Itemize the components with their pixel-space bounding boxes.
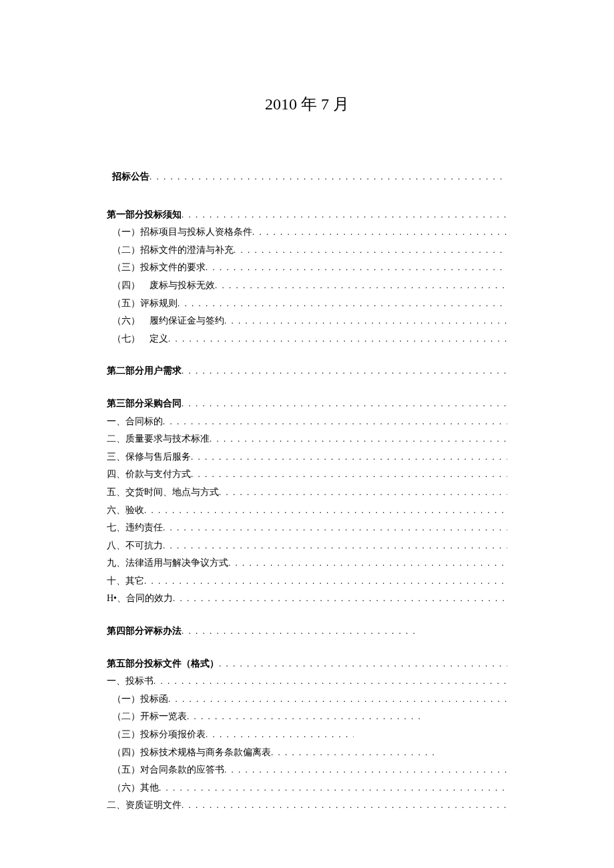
toc-leader-dots: . . . . . . . . . . . . . . . . . . . . … [178, 296, 507, 312]
toc-entry: （六） 履约保证金与签约 . . . . . . . . . . . . . .… [107, 312, 507, 330]
toc-entry: （二）招标文件的澄清与补充 . . . . . . . . . . . . . … [107, 242, 507, 260]
toc-leader-dots: . . . . . . . . . . . . . . . . . . . . … [173, 590, 507, 607]
toc-entry: （六）其他 . . . . . . . . . . . . . . . . . … [107, 779, 507, 797]
toc-label: （四） 废标与投标无效 [112, 277, 215, 295]
toc-entry: （三）投标文件的要求 . . . . . . . . . . . . . . .… [107, 259, 507, 277]
toc-label: 九、法律适用与解决争议方式 [107, 554, 228, 572]
toc-leader-dots: . . . . . . . . . . . . . . . . . . . . … [219, 484, 507, 501]
toc-leader-dots: . . . . . . . . . . . . . . . . . . . . … [154, 673, 507, 690]
table-of-contents: 招标公告 . . . . . . . . . . . . . . . . . .… [107, 168, 507, 815]
toc-label: （三）投标文件的要求 [112, 259, 206, 277]
toc-label: （二）招标文件的澄清与补充 [112, 242, 234, 260]
toc-label: 一、投标书 [107, 673, 154, 691]
toc-leader-dots: . . . . . . . . . . . . . . . . . . . . … [182, 207, 507, 224]
toc-leader-dots: . . . . . . . . . . . . . . . . . . . . … [191, 449, 507, 466]
toc-leader-dots: . . . . . . . . . . . . . . . . . . . . … [168, 691, 507, 708]
toc-leader-dots: . . . . . . . . . . . . . . . . . . . . … [224, 762, 507, 779]
toc-entry: 一、合同标的 . . . . . . . . . . . . . . . . .… [107, 413, 507, 431]
toc-label: 第四部分评标办法 [107, 622, 182, 640]
toc-entry: 二、质量要求与技术标准 . . . . . . . . . . . . . . … [107, 430, 507, 448]
toc-entry: 第二部分用户需求 . . . . . . . . . . . . . . . .… [107, 362, 507, 380]
toc-entry: （四）投标技术规格与商务条款偏离表 . . . . . . . . . . . … [107, 744, 434, 762]
toc-leader-dots: . . . . . . . . . . . . . . . . . . . . … [228, 555, 507, 572]
toc-label: 第一部分投标须知 [107, 206, 182, 224]
toc-entry: 七、违约责任 . . . . . . . . . . . . . . . . .… [107, 519, 507, 537]
toc-section-part-2: 第二部分用户需求 . . . . . . . . . . . . . . . .… [107, 362, 507, 380]
toc-label: （二）开标一览表 [112, 708, 187, 726]
toc-entry: H•、合同的效力 . . . . . . . . . . . . . . . .… [107, 590, 507, 608]
toc-entry: 第四部分评标办法 . . . . . . . . . . . . . . . .… [107, 622, 420, 640]
toc-section-part-5: 第五部分投标文件（格式） . . . . . . . . . . . . . .… [107, 655, 507, 815]
toc-label: 第二部分用户需求 [107, 362, 182, 380]
toc-leader-dots: . . . . . . . . . . . . . . . . . . . . … [219, 656, 507, 673]
toc-label: 第三部分采购合同 [107, 395, 182, 413]
toc-label: 六、验收 [107, 502, 144, 520]
toc-leader-dots: . . . . . . . . . . . . . . . . . . . . … [149, 169, 507, 185]
toc-label: H•、合同的效力 [107, 590, 173, 608]
toc-section-part-1: 第一部分投标须知 . . . . . . . . . . . . . . . .… [107, 206, 507, 348]
toc-entry: 三、保修与售后服务 . . . . . . . . . . . . . . . … [107, 448, 507, 466]
toc-leader-dots: . . . . . . . . . . . . . . . . . . . . … [163, 414, 507, 430]
toc-label: 四、价款与支付方式 [107, 466, 191, 484]
toc-leader-dots: . . . . . . . . . . . . . . . . . . . . … [206, 260, 507, 276]
toc-entry: （四） 废标与投标无效 . . . . . . . . . . . . . . … [107, 277, 507, 295]
toc-leader-dots: . . . . . . . . . . . . . . . . . . . . … [252, 224, 507, 241]
toc-label: （一）投标函 [112, 691, 168, 709]
toc-label: 二、资质证明文件 [107, 797, 182, 815]
toc-entry: （七） 定义 . . . . . . . . . . . . . . . . .… [107, 330, 507, 348]
toc-leader-dots: . . . . . . . . . . . . . . . . . . . . … [210, 431, 507, 448]
toc-entry: 五、交货时间、地点与方式 . . . . . . . . . . . . . .… [107, 484, 507, 502]
toc-entry: 九、法律适用与解决争议方式 . . . . . . . . . . . . . … [107, 554, 507, 572]
toc-entry: 招标公告 . . . . . . . . . . . . . . . . . .… [107, 168, 507, 186]
page-title: 2010 年 7 月 [107, 93, 507, 115]
toc-leader-dots: . . . . . . . . . . . . . . . . . . . . … [163, 538, 507, 554]
toc-entry: 一、投标书 . . . . . . . . . . . . . . . . . … [107, 673, 507, 691]
toc-leader-dots: . . . . . . . . . . . . . . . . . . . . … [191, 466, 507, 483]
toc-entry: 十、其它 . . . . . . . . . . . . . . . . . .… [107, 572, 507, 590]
toc-label: 一、合同标的 [107, 413, 163, 431]
toc-leader-dots: . . . . . . . . . . . . . . . . . . . . … [224, 313, 507, 330]
toc-label: （六）其他 [112, 779, 159, 797]
toc-entry: 六、验收 . . . . . . . . . . . . . . . . . .… [107, 502, 507, 520]
toc-label: 五、交货时间、地点与方式 [107, 484, 219, 502]
toc-entry: （一）招标项目与投标人资格条件 . . . . . . . . . . . . … [107, 224, 507, 242]
toc-label: （五）对合同条款的应答书 [112, 761, 224, 779]
toc-leader-dots: . . . . . . . . . . . . . . . . . . . . … [144, 502, 507, 519]
toc-leader-dots: . . . . . . . . . . . . . . . . . . . . … [182, 363, 507, 380]
toc-label: （五）评标规则 [112, 295, 178, 313]
toc-label: 七、违约责任 [107, 519, 163, 537]
toc-entry: 第三部分采购合同 . . . . . . . . . . . . . . . .… [107, 395, 507, 413]
toc-label: 三、保修与售后服务 [107, 448, 191, 466]
toc-leader-dots: . . . . . . . . . . . . . . . . . . . . … [187, 709, 420, 725]
toc-leader-dots: . . . . . . . . . . . . . . . . . . . . … [206, 727, 354, 743]
toc-leader-dots: . . . . . . . . . . . . . . . . . . . . … [182, 623, 420, 640]
toc-entry: 二、资质证明文件 . . . . . . . . . . . . . . . .… [107, 797, 507, 815]
toc-leader-dots: . . . . . . . . . . . . . . . . . . . . … [163, 520, 507, 536]
toc-label: （四）投标技术规格与商务条款偏离表 [112, 744, 271, 762]
toc-entry: 四、价款与支付方式 . . . . . . . . . . . . . . . … [107, 466, 507, 484]
toc-label: 第五部分投标文件（格式） [107, 655, 219, 673]
toc-label: 八、不可抗力 [107, 537, 163, 555]
toc-label: （六） 履约保证金与签约 [112, 312, 224, 330]
toc-label: 二、质量要求与技术标准 [107, 430, 210, 448]
toc-label: （七） 定义 [112, 330, 168, 348]
toc-label: 招标公告 [112, 168, 149, 186]
toc-entry: 八、不可抗力 . . . . . . . . . . . . . . . . .… [107, 537, 507, 555]
toc-leader-dots: . . . . . . . . . . . . . . . . . . . . … [168, 331, 507, 348]
toc-leader-dots: . . . . . . . . . . . . . . . . . . . . … [215, 278, 507, 294]
toc-leader-dots: . . . . . . . . . . . . . . . . . . . . … [234, 242, 507, 259]
document-page: 2010 年 7 月 招标公告 . . . . . . . . . . . . … [0, 0, 614, 868]
toc-leader-dots: . . . . . . . . . . . . . . . . . . . . … [271, 745, 434, 761]
toc-entry: 第一部分投标须知 . . . . . . . . . . . . . . . .… [107, 206, 507, 224]
toc-label: （三）投标分项报价表 [112, 726, 206, 744]
toc-entry: （五）评标规则 . . . . . . . . . . . . . . . . … [107, 295, 507, 313]
toc-entry: （五）对合同条款的应答书 . . . . . . . . . . . . . .… [107, 761, 507, 779]
toc-section-announcement: 招标公告 . . . . . . . . . . . . . . . . . .… [107, 168, 507, 186]
toc-section-part-4: 第四部分评标办法 . . . . . . . . . . . . . . . .… [107, 622, 507, 640]
toc-leader-dots: . . . . . . . . . . . . . . . . . . . . … [182, 797, 507, 814]
toc-label: 十、其它 [107, 572, 144, 590]
toc-entry: （一）投标函 . . . . . . . . . . . . . . . . .… [107, 691, 507, 709]
toc-entry: （三）投标分项报价表 . . . . . . . . . . . . . . .… [107, 726, 354, 744]
toc-entry: （二）开标一览表 . . . . . . . . . . . . . . . .… [107, 708, 420, 726]
toc-leader-dots: . . . . . . . . . . . . . . . . . . . . … [144, 573, 507, 590]
